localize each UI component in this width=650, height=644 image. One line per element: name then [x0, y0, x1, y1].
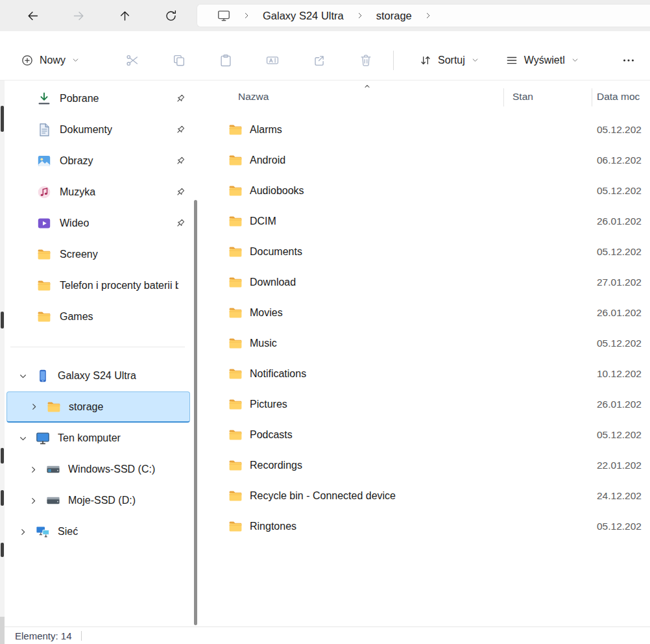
- column-divider[interactable]: [592, 88, 592, 106]
- tree-item-windows-ssd-c[interactable]: Windows-SSD (C:): [6, 454, 190, 485]
- sidebar-quick-list: PobraneDokumentyObrazyMuzykaWideoScreeny…: [0, 83, 195, 332]
- tree-item-label: Galaxy S24 Ultra: [58, 370, 136, 382]
- chevron-right-icon: [424, 11, 433, 20]
- share-icon: [312, 53, 326, 68]
- folder-icon: [46, 399, 62, 415]
- sidebar-separator: [10, 347, 185, 347]
- column-divider[interactable]: [503, 88, 504, 106]
- file-row-notifications[interactable]: Notifications10.12.202: [202, 358, 650, 389]
- tree-item-storage[interactable]: storage: [6, 391, 190, 423]
- file-date-modified: 27.01.202: [597, 277, 642, 288]
- breadcrumb-item-folder[interactable]: storage: [376, 8, 413, 23]
- sidebar-item-dokumenty[interactable]: Dokumenty: [0, 114, 195, 145]
- file-row-recordings[interactable]: Recordings22.01.202: [202, 450, 650, 480]
- folder-icon: [228, 244, 243, 260]
- delete-button[interactable]: [352, 47, 380, 74]
- file-row-alarms[interactable]: Alarms05.12.202: [202, 114, 650, 145]
- file-name: Alarms: [250, 124, 282, 136]
- folder-icon: [228, 366, 243, 382]
- file-row-documents[interactable]: Documents05.12.202: [202, 236, 650, 267]
- file-row-podcasts[interactable]: Podcasts05.12.202: [202, 419, 650, 450]
- sidebar-item-label: Telefon i procenty baterii b: [60, 280, 178, 291]
- sort-button[interactable]: Sortuj: [412, 48, 487, 73]
- file-row-audiobooks[interactable]: Audiobooks05.12.202: [202, 175, 650, 206]
- sidebar-item-muzyka[interactable]: Muzyka: [0, 177, 195, 208]
- back-button[interactable]: [19, 3, 45, 28]
- file-name: Pictures: [250, 399, 287, 410]
- chevron-down-icon[interactable]: [16, 431, 30, 445]
- file-date-modified: 22.01.202: [597, 460, 642, 471]
- chevron-right-icon[interactable]: [26, 462, 40, 477]
- forward-button[interactable]: [66, 3, 91, 28]
- download-icon: [36, 91, 52, 106]
- file-row-ringtones[interactable]: Ringtones05.12.202: [202, 511, 650, 541]
- folder-icon: [228, 336, 243, 351]
- file-row-dcim[interactable]: DCIM26.01.202: [202, 206, 650, 236]
- trash-icon: [359, 53, 373, 68]
- file-date-modified: 06.12.202: [597, 155, 642, 166]
- sidebar-item-label: Wideo: [60, 217, 89, 229]
- sidebar-scrollbar-thumb[interactable]: [194, 200, 197, 625]
- share-button[interactable]: [305, 47, 333, 74]
- breadcrumb-item-device[interactable]: Galaxy S24 Ultra: [262, 8, 344, 23]
- chevron-right-icon[interactable]: [27, 400, 41, 414]
- tree-item-sie[interactable]: Sieć: [6, 516, 190, 547]
- network-icon: [35, 524, 51, 539]
- column-header-name[interactable]: Nazwa: [238, 91, 269, 103]
- sidebar-item-telefon-i-procenty-baterii-b[interactable]: Telefon i procenty baterii b: [0, 270, 195, 301]
- file-name: DCIM: [250, 216, 276, 227]
- copy-button[interactable]: [165, 47, 193, 74]
- cut-button[interactable]: [118, 47, 147, 74]
- command-toolbar: Nowy Sortuj Wyświetl: [0, 31, 650, 80]
- folder-icon: [228, 427, 243, 443]
- file-row-movies[interactable]: Movies26.01.202: [202, 297, 650, 328]
- file-row-recycle-bin-connected-device[interactable]: Recycle bin - Connected device24.12.202: [202, 480, 650, 511]
- tree-item-label: Sieć: [58, 526, 78, 538]
- file-name: Audiobooks: [250, 185, 304, 197]
- column-header-status[interactable]: Stan: [512, 91, 533, 103]
- file-date-modified: 05.12.202: [597, 246, 642, 258]
- refresh-button[interactable]: [158, 3, 184, 28]
- sidebar-item-screeny[interactable]: Screeny: [0, 239, 195, 270]
- sort-ascending-caret-icon: [362, 81, 372, 92]
- tree-item-label: Ten komputer: [58, 432, 121, 444]
- chevron-right-icon[interactable]: [16, 525, 30, 539]
- desktop-artifact: [1, 448, 4, 464]
- file-row-music[interactable]: Music05.12.202: [202, 328, 650, 358]
- sidebar-item-label: Obrazy: [60, 155, 93, 167]
- chevron-right-icon: [355, 11, 365, 20]
- toolbar-divider: [393, 51, 394, 70]
- paste-button[interactable]: [211, 47, 240, 74]
- sidebar-item-wideo[interactable]: Wideo: [0, 208, 195, 239]
- address-bar[interactable]: Galaxy S24 Ultra storage: [197, 4, 650, 27]
- sidebar-item-obrazy[interactable]: Obrazy: [0, 145, 195, 177]
- chevron-down-icon[interactable]: [16, 369, 30, 383]
- chevron-down-icon: [471, 56, 479, 64]
- column-header-date-modified[interactable]: Data moc: [597, 91, 640, 103]
- file-row-android[interactable]: Android06.12.202: [202, 145, 650, 175]
- rename-icon: [265, 53, 280, 68]
- pin-icon: [174, 186, 186, 199]
- tree-item-galaxy-s24-ultra[interactable]: Galaxy S24 Ultra: [6, 360, 190, 391]
- video-icon: [36, 216, 52, 231]
- up-button[interactable]: [112, 3, 138, 28]
- new-button[interactable]: Nowy: [14, 48, 87, 73]
- view-button[interactable]: Wyświetl: [498, 48, 586, 73]
- file-row-pictures[interactable]: Pictures26.01.202: [202, 389, 650, 419]
- desktop-artifact: [1, 312, 4, 328]
- more-button[interactable]: [615, 47, 642, 73]
- folder-icon: [36, 309, 52, 325]
- pin-icon: [174, 124, 186, 136]
- tree-item-ten-komputer[interactable]: Ten komputer: [6, 423, 190, 454]
- chevron-right-icon[interactable]: [26, 493, 40, 508]
- clipboard-actions: [118, 47, 380, 74]
- sidebar-item-pobrane[interactable]: Pobrane: [0, 83, 195, 114]
- tree-item-moje-ssd-d[interactable]: Moje-SSD (D:): [6, 485, 190, 516]
- sidebar-tree-list: Galaxy S24 UltrastorageTen komputerWindo…: [0, 360, 195, 547]
- rename-button[interactable]: [258, 47, 287, 74]
- sort-arrows-icon: [419, 54, 432, 67]
- folder-icon: [36, 247, 52, 262]
- sidebar-item-games[interactable]: Games: [0, 301, 195, 332]
- file-name: Android: [250, 155, 285, 166]
- file-row-download[interactable]: Download27.01.202: [202, 267, 650, 297]
